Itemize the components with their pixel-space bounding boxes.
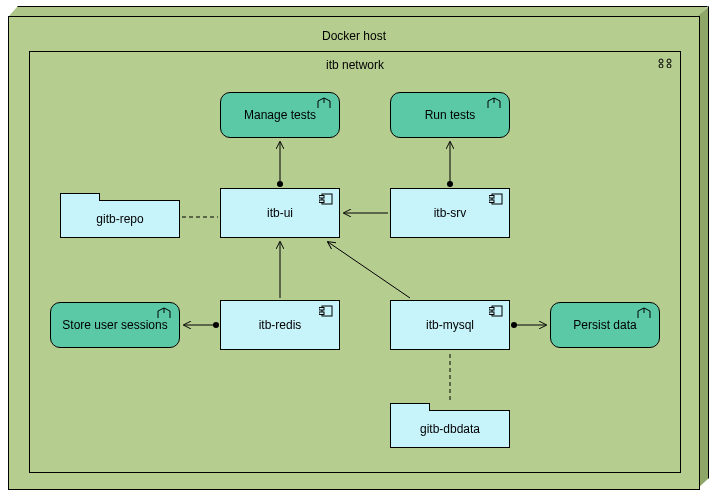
goal-manage-tests: Manage tests (220, 92, 340, 138)
artifact-gitb-repo: gitb-repo (60, 200, 180, 238)
component-icon (319, 305, 333, 317)
component-itb-redis: itb-redis (220, 300, 340, 350)
artifact-label: gitb-dbdata (391, 422, 509, 436)
goal-store-sessions: Store user sessions (50, 302, 180, 348)
docker-host-title: Docker host (9, 29, 699, 43)
svg-rect-6 (319, 200, 324, 203)
svg-point-1 (667, 59, 671, 63)
itb-network-title: itb network (30, 58, 680, 72)
svg-rect-8 (489, 196, 494, 199)
svg-point-27 (511, 322, 517, 328)
component-icon (489, 193, 503, 205)
component-icon (319, 193, 333, 205)
goal-persist-data: Persist data (550, 302, 660, 348)
component-label: itb-redis (221, 318, 339, 332)
component-itb-ui: itb-ui (220, 188, 340, 238)
svg-point-25 (213, 322, 219, 328)
svg-rect-5 (319, 196, 324, 199)
network-icon (658, 58, 672, 68)
goal-icon (637, 307, 651, 319)
goal-label: Run tests (391, 108, 509, 122)
itb-network-group: itb network Manage tests Run tests (29, 51, 681, 473)
component-label: itb-mysql (391, 318, 509, 332)
svg-point-3 (667, 64, 671, 68)
goal-icon (157, 307, 171, 319)
artifact-label: gitb-repo (61, 212, 179, 226)
artifact-gitb-dbdata: gitb-dbdata (390, 410, 510, 448)
goal-icon (317, 97, 331, 109)
svg-point-17 (277, 181, 283, 187)
connectors (30, 52, 680, 472)
component-itb-mysql: itb-mysql (390, 300, 510, 350)
svg-rect-12 (319, 312, 324, 315)
component-label: itb-ui (221, 206, 339, 220)
goal-icon (487, 97, 501, 109)
component-icon (489, 305, 503, 317)
component-itb-srv: itb-srv (390, 188, 510, 238)
svg-rect-11 (319, 308, 324, 311)
svg-rect-14 (489, 308, 494, 311)
goal-run-tests: Run tests (390, 92, 510, 138)
svg-rect-9 (489, 200, 494, 203)
component-label: itb-srv (391, 206, 509, 220)
docker-host-node: Docker host itb network Manage tests Run… (8, 16, 700, 490)
svg-point-0 (659, 59, 663, 63)
goal-label: Store user sessions (51, 318, 179, 332)
goal-label: Manage tests (221, 108, 339, 122)
svg-rect-15 (489, 312, 494, 315)
svg-point-2 (659, 64, 663, 68)
goal-label: Persist data (551, 318, 659, 332)
svg-point-19 (447, 181, 453, 187)
svg-line-23 (328, 242, 410, 298)
diagram-stage: Docker host itb network Manage tests Run… (0, 0, 717, 501)
